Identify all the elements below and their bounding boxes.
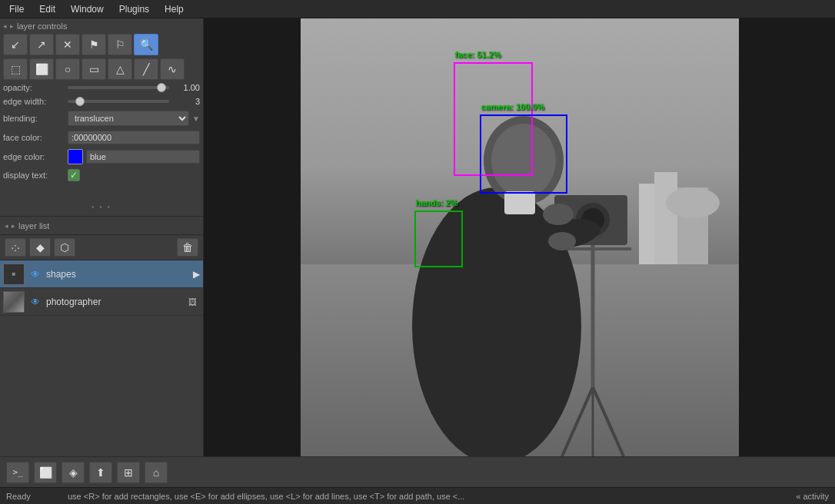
delete-layer-btn[interactable]: 🗑: [177, 238, 198, 257]
status-message: use <R> for add rectangles, use <E> for …: [68, 492, 796, 501]
image-container: face: 51.2% camera: 100.0% hands: 2%: [301, 18, 739, 456]
layer-item-shapes[interactable]: ■ 👁 shapes ▶: [0, 260, 203, 288]
edge-width-slider[interactable]: [68, 100, 169, 103]
layer-list-title: layer list: [18, 221, 49, 230]
photographer-layer-icon: 🖼: [185, 294, 200, 310]
edge-width-label: edge width:: [3, 97, 65, 106]
shapes-layer-name: shapes: [46, 269, 190, 280]
import-btn[interactable]: ⬆: [89, 462, 112, 483]
path-btn[interactable]: ∿: [160, 58, 185, 80]
ellipse-btn[interactable]: ○: [55, 58, 80, 80]
edge-color-input[interactable]: [86, 150, 200, 164]
blending-row: blending: translucen ▼: [3, 111, 200, 126]
svg-point-21: [548, 232, 576, 250]
left-panel: ◂ ▸ layer controls ↙ ↗ ✕ ⚑ ⚐ 🔍 ⬚ ⬜ ○ ▭ △…: [0, 18, 204, 456]
add-labels-btn[interactable]: ⬡: [54, 238, 75, 257]
layer-item-photographer[interactable]: 👁 photographer 🖼: [0, 288, 203, 316]
select-layer-btn[interactable]: ⬜: [29, 58, 54, 80]
opacity-value: 1.00: [172, 83, 200, 92]
menu-file[interactable]: File: [3, 2, 30, 16]
blending-select[interactable]: translucen: [68, 111, 189, 126]
layer-list-section: ◂ ▸ layer list ·:· ◆ ⬡ 🗑 ■ 👁 shapes ▶: [0, 217, 203, 456]
select-all-btn[interactable]: ⬚: [3, 58, 28, 80]
canvas-area[interactable]: face: 51.2% camera: 100.0% hands: 2%: [204, 18, 835, 456]
menu-edit[interactable]: Edit: [33, 2, 62, 16]
line-btn[interactable]: ╱: [134, 58, 158, 80]
triangle-btn[interactable]: △: [108, 58, 132, 80]
home-btn[interactable]: ⌂: [145, 462, 168, 483]
svg-rect-5: [639, 184, 654, 264]
blending-label: blending:: [3, 114, 65, 123]
svg-point-14: [491, 124, 556, 197]
svg-rect-3: [654, 172, 677, 264]
square-tool-btn[interactable]: ⬜: [34, 462, 57, 483]
display-text-checkbox[interactable]: ✓: [68, 169, 80, 181]
drag-handle: • • •: [3, 201, 200, 213]
layer-controls-header: ◂ ▸ layer controls: [3, 22, 200, 31]
activity-button[interactable]: « activity: [796, 492, 829, 501]
main-image: [301, 18, 739, 456]
tool-row-2: ⬚ ⬜ ○ ▭ △ ╱ ∿: [3, 58, 200, 80]
layer-list-header: ◂ ▸ layer list: [0, 217, 203, 235]
opacity-label: opacity:: [3, 83, 65, 92]
photographer-visibility-toggle[interactable]: 👁: [28, 294, 43, 310]
flag-btn[interactable]: ⚑: [82, 34, 106, 55]
flag2-btn[interactable]: ⚐: [108, 34, 132, 55]
menu-plugins[interactable]: Plugins: [113, 2, 155, 16]
add-shapes-btn[interactable]: ◆: [29, 238, 51, 257]
blending-dropdown-icon[interactable]: ▼: [192, 114, 200, 123]
face-color-input[interactable]: [68, 131, 200, 144]
statusbar: Ready use <R> for add rectangles, use <E…: [0, 487, 835, 504]
shapes-visibility-toggle[interactable]: 👁: [28, 267, 43, 282]
edge-width-value: 3: [172, 97, 200, 106]
bottom-toolbar: >_ ⬜ ◈ ⬆ ⊞ ⌂: [0, 456, 835, 487]
svg-point-20: [543, 204, 574, 225]
layers-btn[interactable]: ◈: [62, 462, 85, 483]
add-points-btn[interactable]: ·:·: [5, 238, 26, 257]
status-ready: Ready: [6, 492, 68, 501]
svg-rect-22: [504, 191, 535, 214]
tool-row-1: ↙ ↗ ✕ ⚑ ⚐ 🔍: [3, 34, 200, 55]
display-text-row: display text: ✓: [3, 169, 200, 181]
edge-color-label: edge color:: [3, 152, 65, 161]
rectangle-btn[interactable]: ▭: [82, 58, 106, 80]
face-color-row: face color:: [3, 131, 200, 144]
grid-btn[interactable]: ⊞: [117, 462, 140, 483]
opacity-row: opacity: 1.00: [3, 83, 200, 92]
move-forward-btn[interactable]: ↗: [29, 34, 54, 55]
photographer-layer-name: photographer: [46, 297, 181, 307]
svg-point-6: [666, 187, 720, 218]
menubar: File Edit Window Plugins Help: [0, 0, 835, 18]
photographer-thumbnail: [3, 291, 25, 313]
shapes-layer-arrow: ▶: [193, 269, 200, 280]
search-btn[interactable]: 🔍: [134, 34, 158, 55]
terminal-btn[interactable]: >_: [6, 462, 29, 483]
opacity-slider[interactable]: [68, 86, 169, 89]
move-back-btn[interactable]: ↙: [3, 34, 28, 55]
edge-color-swatch[interactable]: [68, 149, 83, 164]
layer-controls-section: ◂ ▸ layer controls ↙ ↗ ✕ ⚑ ⚐ 🔍 ⬚ ⬜ ○ ▭ △…: [0, 18, 203, 217]
menu-window[interactable]: Window: [65, 2, 110, 16]
shapes-thumbnail: ■: [3, 264, 25, 285]
face-color-label: face color:: [3, 133, 65, 142]
layer-list-toolbar: ·:· ◆ ⬡ 🗑: [0, 235, 203, 260]
display-text-label: display text:: [3, 171, 65, 180]
layer-controls-title: layer controls: [17, 22, 67, 31]
main-area: ◂ ▸ layer controls ↙ ↗ ✕ ⚑ ⚐ 🔍 ⬚ ⬜ ○ ▭ △…: [0, 18, 835, 456]
close-btn[interactable]: ✕: [55, 34, 80, 55]
edge-width-row: edge width: 3: [3, 97, 200, 106]
menu-help[interactable]: Help: [158, 2, 190, 16]
edge-color-row: edge color:: [3, 149, 200, 164]
